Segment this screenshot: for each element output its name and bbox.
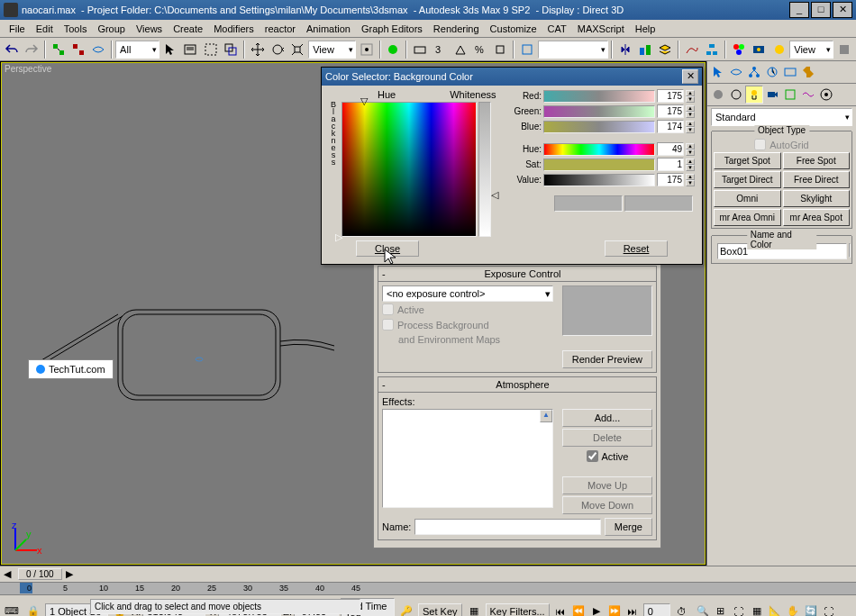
orbit-button[interactable]: 🔄 — [802, 602, 820, 617]
pivot-button[interactable] — [357, 40, 376, 59]
delete-effect-button[interactable]: Delete — [562, 429, 652, 447]
frame-back-button[interactable]: ◀ — [0, 568, 14, 580]
free-spot-button[interactable]: Free Spot — [783, 152, 851, 169]
omni-button[interactable]: Omni — [714, 190, 781, 207]
lights-subtab[interactable] — [745, 86, 763, 104]
green-input[interactable] — [657, 104, 684, 118]
hue-sat-field[interactable]: ▽ ▷ — [341, 102, 477, 237]
menu-customize[interactable]: Customize — [485, 22, 542, 36]
maximize-button[interactable]: □ — [811, 2, 831, 18]
menu-group[interactable]: Group — [92, 22, 131, 36]
exposure-dropdown[interactable]: <no exposure control> — [382, 285, 553, 302]
close-window-button[interactable]: ✕ — [833, 2, 852, 18]
utilities-tab[interactable] — [799, 63, 817, 81]
redo-button[interactable] — [22, 40, 41, 59]
zoom-all-button[interactable]: ⊞ — [712, 602, 730, 617]
schematic-button[interactable] — [703, 40, 722, 59]
menu-create[interactable]: Create — [168, 22, 208, 36]
play-button[interactable]: ▶ — [587, 602, 606, 617]
align-button[interactable] — [635, 40, 654, 59]
material-editor-button[interactable] — [729, 40, 748, 59]
sat-input[interactable] — [657, 158, 684, 171]
helpers-subtab[interactable] — [781, 86, 799, 104]
time-ruler[interactable]: 0 5 10 15 20 25 30 35 40 45 — [0, 582, 856, 594]
modify-tab[interactable] — [727, 63, 745, 81]
value-spinner[interactable]: ▲▼ — [686, 174, 695, 186]
menu-tools[interactable]: Tools — [59, 22, 93, 36]
snap-toggle-button[interactable]: 3 — [431, 40, 450, 59]
category-dropdown[interactable]: Standard — [711, 108, 852, 126]
target-direct-button[interactable]: Target Direct — [714, 171, 781, 188]
keyfilter-icon[interactable]: ▦ — [464, 602, 484, 617]
script-button[interactable]: ⌨ — [2, 602, 22, 617]
spinner-snap-button[interactable] — [491, 40, 510, 59]
new-color-swatch[interactable] — [624, 195, 693, 212]
time-slider[interactable]: 0 / 100 — [18, 568, 62, 580]
menu-help[interactable]: Help — [630, 22, 661, 36]
effect-name-input[interactable] — [414, 519, 600, 535]
unlink-button[interactable] — [68, 40, 87, 59]
old-color-swatch[interactable] — [554, 195, 623, 212]
percent-snap-button[interactable]: % — [470, 40, 489, 59]
frame-fwd-button[interactable]: ▶ — [62, 568, 77, 580]
menu-grapheditors[interactable]: Graph Editors — [356, 22, 428, 36]
curve-editor-button[interactable] — [682, 40, 701, 59]
dialog-close-x[interactable]: ✕ — [682, 69, 698, 84]
skylight-button[interactable]: Skylight — [783, 190, 851, 207]
dialog-titlebar[interactable]: Color Selector: Background Color ✕ — [322, 68, 702, 86]
mr-area-omni-button[interactable]: mr Area Omni — [714, 209, 781, 226]
minimize-button[interactable]: _ — [789, 2, 809, 18]
manipulate-button[interactable] — [384, 40, 403, 59]
value-input[interactable] — [657, 173, 684, 186]
effects-list[interactable]: ▲ — [382, 409, 553, 508]
menu-cat[interactable]: CAT — [542, 22, 572, 36]
display-tab[interactable] — [781, 63, 799, 81]
ref-coord-dropdown[interactable]: View — [308, 41, 356, 59]
exposure-header[interactable]: - Exposure Control — [378, 267, 656, 282]
merge-button[interactable]: Merge — [605, 518, 652, 536]
red-slider[interactable] — [543, 90, 655, 103]
autogrid-check[interactable]: AutoGrid — [714, 137, 850, 152]
select-region-button[interactable] — [201, 40, 220, 59]
add-effect-button[interactable]: Add... — [562, 409, 652, 427]
link-button[interactable] — [49, 40, 68, 59]
menu-rendering[interactable]: Rendering — [428, 22, 485, 36]
scroll-up-icon[interactable]: ▲ — [540, 410, 552, 422]
maximize-viewport-button[interactable]: ⛶ — [820, 602, 838, 617]
prev-frame-button[interactable]: ⏪ — [569, 602, 587, 617]
atm-active-check[interactable]: Active — [562, 448, 652, 464]
value-slider[interactable] — [543, 174, 655, 186]
menu-reactor[interactable]: reactor — [260, 22, 301, 36]
whiteness-slider[interactable] — [478, 102, 491, 237]
mirror-button[interactable] — [615, 40, 634, 59]
sat-slider[interactable] — [543, 159, 655, 171]
goto-end-button[interactable]: ⏭ — [624, 602, 642, 617]
goto-start-button[interactable]: ⏮ — [551, 602, 569, 617]
named-selection-dropdown[interactable] — [538, 41, 608, 59]
render-last-button[interactable] — [834, 40, 853, 59]
target-spot-button[interactable]: Target Spot — [714, 152, 781, 169]
object-color-swatch[interactable] — [849, 243, 851, 258]
hue-spinner[interactable]: ▲▼ — [686, 143, 695, 156]
free-direct-button[interactable]: Free Direct — [783, 171, 851, 188]
menu-animation[interactable]: Animation — [301, 22, 356, 36]
atmosphere-header[interactable]: - Atmosphere — [378, 377, 656, 393]
select-by-name-button[interactable] — [181, 40, 200, 59]
window-crossing-button[interactable] — [222, 40, 241, 59]
undo-button[interactable] — [2, 40, 21, 59]
shapes-subtab[interactable] — [727, 86, 745, 104]
key-mode-button[interactable]: 🔑 — [396, 602, 416, 617]
spacewarps-subtab[interactable] — [799, 86, 817, 104]
render-type-dropdown[interactable]: View — [789, 41, 833, 59]
menu-edit[interactable]: Edit — [31, 22, 59, 36]
sat-spinner[interactable]: ▲▼ — [686, 159, 695, 171]
quick-render-button[interactable] — [769, 40, 788, 59]
layer-button[interactable] — [656, 40, 675, 59]
time-config-button[interactable]: ⏱ — [672, 602, 692, 617]
create-tab[interactable] — [709, 63, 727, 81]
blue-input[interactable] — [657, 120, 684, 133]
close-button[interactable]: Close — [356, 240, 419, 257]
rotate-button[interactable] — [268, 40, 287, 59]
blue-spinner[interactable]: ▲▼ — [686, 121, 695, 133]
bind-spacewarp-button[interactable] — [89, 40, 108, 59]
